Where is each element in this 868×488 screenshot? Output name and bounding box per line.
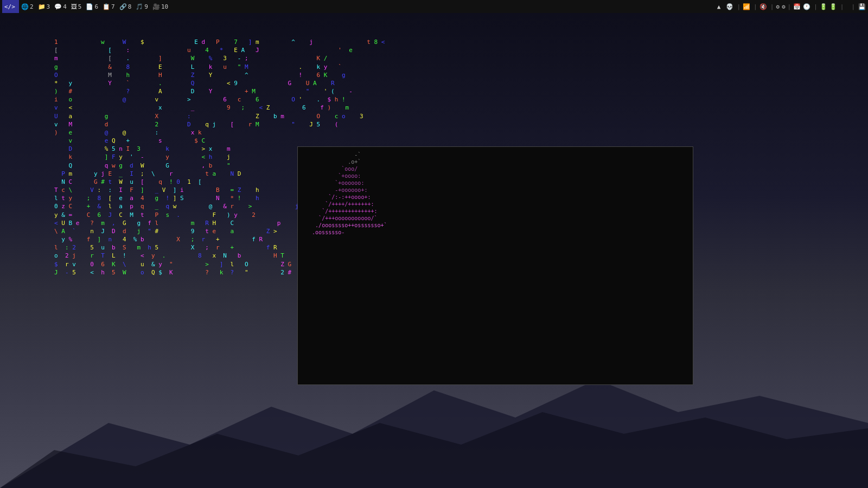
clock-icon: 🕐 [803,3,810,10]
workspace-3-label: 3 [47,3,50,10]
sep5: | [813,3,819,10]
workspace-6-label: 6 [94,3,98,10]
workspace-2-icon: 🌐 [21,3,29,10]
battery-icon: 🔋 [820,3,827,10]
workspace-10-icon: 🎥 [152,3,160,10]
sep4: | [787,3,793,10]
hdd-icon: 💾 [858,3,866,10]
arch-logo-art: -` .o+` `ooo/ `+oooo: `+oooooo: -+oooooo… [302,151,476,358]
workspace-9-label: 9 [144,3,148,10]
workspace-1[interactable]: </> [2,0,19,13]
window-up-icon: ▲ [717,3,721,10]
workspace-5-label: 5 [78,3,82,10]
workspace-9-icon: 🎵 [136,3,143,10]
sep6: | [839,3,845,10]
cpu-icon: ⚙ [776,3,780,10]
workspace-4[interactable]: 💬 4 [52,0,69,13]
skull-icon: 💀 [726,3,733,10]
workspace-1-icon: </> [4,3,15,10]
workspace-5[interactable]: 🖼 5 [69,0,84,13]
workspace-9[interactable]: 🎵 9 [133,0,150,13]
sep2: | [752,3,758,10]
workspace-8-label: 8 [128,3,132,10]
workspace-10-label: 10 [161,3,168,10]
wifi-icon: 📶 [743,3,750,10]
battery2-icon: 🔋 [829,3,837,10]
workspace-7-icon: 📋 [103,3,110,10]
workspace-6[interactable]: 📄 6 [84,0,100,13]
terminal-window[interactable]: -` .o+` `ooo/ `+oooo: `+oooooo: -+oooooo… [297,146,693,385]
volume-icon: 🔇 [760,3,767,10]
workspace-2[interactable]: 🌐 2 [19,0,36,13]
gear-icon: ⚙ [782,3,786,10]
workspace-7-label: 7 [111,3,115,10]
workspace-6-icon: 📄 [86,3,93,10]
calendar-icon: 📅 [793,3,801,10]
workspace-4-label: 4 [63,3,67,10]
neofetch-display: -` .o+` `ooo/ `+oooo: `+oooooo: -+oooooo… [302,151,688,358]
sep1: | [736,3,742,10]
workspace-8[interactable]: 🔗 8 [117,0,134,13]
statusbar-right: ▲ 💀 | 📶 | 🔇 | ⚙ ⚙ | 📅 🕐 | 🔋 🔋 | | 💾 [717,3,866,10]
sep3: | [769,3,775,10]
workspace-4-icon: 💬 [54,3,62,10]
workspace-7[interactable]: 📋 7 [100,0,117,13]
workspace-3-icon: 📁 [38,3,46,10]
workspace-3[interactable]: 📁 3 [36,0,53,13]
workspace-10[interactable]: 🎥 10 [150,0,170,13]
workspace-8-icon: 🔗 [119,3,127,10]
workspace-5-icon: 🖼 [71,3,77,10]
terminal-content: -` .o+` `ooo/ `+oooo: `+oooooo: -+oooooo… [298,147,693,384]
statusbar: </> 🌐 2 📁 3 💬 4 🖼 5 📄 6 📋 7 🔗 8 🎵 9 🎥 10… [0,0,868,13]
workspace-2-label: 2 [30,3,34,10]
sep7: | [850,3,856,10]
